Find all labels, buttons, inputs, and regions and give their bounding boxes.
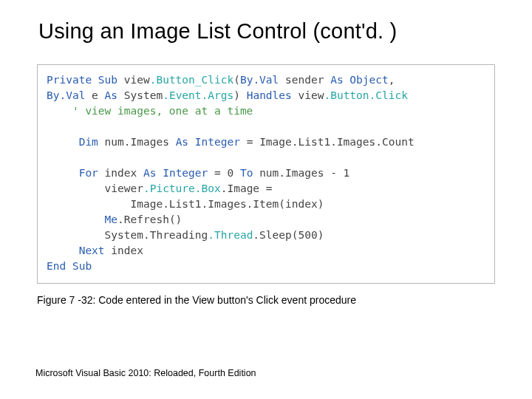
code-token: .Button_Click	[150, 74, 234, 86]
code-token: index	[105, 245, 143, 256]
code-token: index	[98, 167, 143, 179]
code-token: Integer	[156, 167, 208, 179]
code-token: Object	[344, 74, 389, 86]
code-token: view	[292, 89, 324, 101]
code-token: e	[85, 89, 104, 101]
code-token: num.Images - 1	[253, 167, 349, 179]
code-token	[47, 105, 72, 117]
code-token: System	[117, 89, 163, 101]
code-listing: Private Sub view.Button_Click(By.Val sen…	[37, 64, 495, 284]
code-token	[47, 245, 79, 256]
code-token: .Refresh()	[117, 214, 182, 225]
code-token: .Image =	[221, 183, 273, 194]
code-token: = Image.List1.Images.Count	[240, 136, 415, 148]
code-token: As	[330, 74, 343, 86]
page-title: Using an Image List Control (cont'd. )	[38, 19, 497, 44]
code-token: By.Val	[47, 89, 85, 101]
code-comment: ' view images, one at a time	[72, 105, 253, 117]
slide: Using an Image List Control (cont'd. ) P…	[0, 0, 532, 399]
figure-caption: Figure 7 -32: Code entered in the View b…	[37, 294, 495, 306]
code-token: .Button.Click	[324, 89, 408, 101]
code-token: ,	[389, 74, 395, 86]
code-token	[47, 167, 79, 179]
code-token: view	[117, 74, 150, 86]
code-token: num.Images	[98, 136, 176, 148]
code-token	[47, 214, 105, 225]
code-token: .Event.Args	[163, 89, 233, 101]
code-token: To	[240, 167, 253, 179]
code-token: Private Sub	[47, 74, 117, 86]
code-token: As	[105, 89, 117, 101]
code-token: )	[233, 89, 246, 101]
code-token: .Thread	[208, 229, 253, 241]
code-token: (	[233, 74, 240, 86]
code-token: = 0	[208, 167, 240, 179]
code-token: Image.List1.Images.Item(index)	[47, 198, 324, 210]
code-token: Dim	[79, 136, 98, 148]
code-token: System.Threading	[47, 229, 208, 241]
code-token: Handles	[247, 89, 292, 101]
code-token: As	[143, 167, 156, 179]
code-token: End Sub	[47, 260, 92, 272]
code-token	[47, 136, 79, 148]
code-token: Me	[105, 214, 117, 225]
slide-footer: Microsoft Visual Basic 2010: Reloaded, F…	[35, 368, 256, 378]
code-token: For	[79, 167, 98, 179]
code-token: Next	[79, 245, 105, 256]
code-token: Integer	[188, 136, 240, 148]
code-token: .Picture.Box	[143, 183, 221, 194]
code-token: viewer	[47, 183, 143, 194]
code-token: .Sleep(500)	[253, 229, 324, 241]
code-token: sender	[279, 74, 330, 86]
code-token: By.Val	[240, 74, 279, 86]
code-token: As	[176, 136, 188, 148]
